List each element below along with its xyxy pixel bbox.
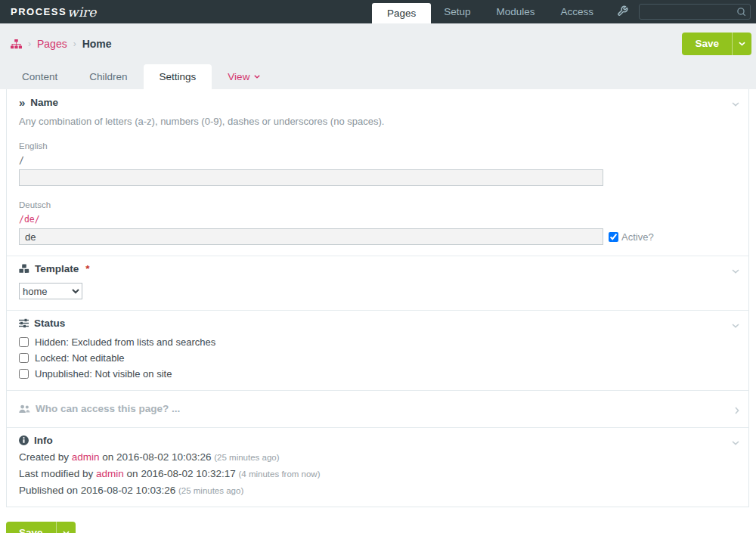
modified-prefix: Last modified by: [19, 468, 96, 479]
tab-view-label: View: [228, 64, 249, 89]
breadcrumb-current-page: Home: [82, 38, 112, 50]
active-checkbox-label: Active?: [621, 231, 654, 243]
user-link[interactable]: admin: [72, 451, 100, 463]
section-name: » Name Any combination of letters (a-z),…: [7, 89, 748, 256]
save-dropdown-toggle[interactable]: [56, 522, 76, 533]
template-select[interactable]: home: [19, 283, 82, 299]
logo-text-wire: wire: [67, 5, 96, 20]
required-asterisk: *: [85, 263, 89, 274]
sitemap-icon[interactable]: [11, 39, 22, 49]
breadcrumb-separator: ›: [28, 39, 31, 49]
section-info: Info Created by admin on 2016-08-02 10:0…: [7, 427, 748, 507]
section-access[interactable]: Who can access this page? ...: [7, 390, 748, 427]
info-created-line: Created by admin on 2016-08-02 10:03:26 …: [19, 451, 736, 463]
section-name-title: Name: [30, 97, 58, 108]
wrench-icon: [617, 5, 628, 19]
info-icon: [19, 435, 29, 445]
save-dropdown-toggle[interactable]: [732, 33, 751, 55]
url-prefix-deutsch: /de/: [19, 214, 736, 225]
name-input-deutsch[interactable]: [19, 228, 603, 245]
locked-checkbox[interactable]: [19, 353, 29, 363]
users-icon: [19, 404, 30, 414]
settings-form: » Name Any combination of letters (a-z),…: [6, 88, 749, 507]
topnav-item-pages[interactable]: Pages: [372, 3, 431, 23]
published-prefix: Published on: [19, 485, 81, 496]
section-access-title: Who can access this page? ...: [36, 403, 180, 414]
published-datetime: 2016-08-02 10:03:26: [81, 485, 175, 496]
published-relative-time: (25 minutes ago): [178, 486, 243, 495]
hidden-checkbox-label: Hidden: Excluded from lists and searches: [35, 336, 215, 348]
topnav-item-modules[interactable]: Modules: [483, 0, 547, 23]
user-link[interactable]: admin: [96, 468, 124, 479]
section-info-title: Info: [34, 435, 53, 446]
status-option-hidden: Hidden: Excluded from lists and searches: [19, 336, 736, 348]
breadcrumb-link-pages[interactable]: Pages: [37, 38, 67, 50]
search-input[interactable]: [639, 4, 751, 20]
modified-middle: on: [124, 468, 141, 479]
section-template-title: Template: [35, 263, 79, 274]
name-section-icon: »: [19, 96, 25, 109]
collapse-chevron-icon[interactable]: [732, 265, 739, 276]
section-status-title: Status: [34, 318, 65, 329]
footer: Save: [6, 522, 756, 533]
search-box: [639, 0, 751, 23]
collapse-chevron-icon[interactable]: [732, 319, 739, 330]
top-navigation: Pages Setup Modules Access: [372, 0, 756, 23]
status-option-unpublished: Unpublished: Not visible on site: [19, 368, 736, 380]
info-published-line: Published on 2016-08-02 10:03:26 (25 min…: [19, 485, 736, 496]
cubes-icon: [19, 264, 29, 274]
section-access-header[interactable]: Who can access this page? ...: [19, 403, 736, 414]
save-button-label[interactable]: Save: [682, 33, 732, 55]
topnav-item-access[interactable]: Access: [547, 0, 606, 23]
save-button-label[interactable]: Save: [6, 522, 56, 533]
status-option-locked: Locked: Not editable: [19, 352, 736, 364]
created-prefix: Created by: [19, 451, 72, 463]
section-status: Status Hidden: Excluded from lists and s…: [7, 310, 748, 390]
hidden-checkbox[interactable]: [19, 337, 29, 347]
created-middle: on: [100, 451, 117, 463]
search-icon[interactable]: [736, 7, 746, 17]
save-button-bottom: Save: [6, 522, 76, 533]
topbar: PROCESS wire Pages Setup Modules Access: [0, 0, 756, 23]
chevron-down-icon: [739, 42, 745, 46]
section-status-header[interactable]: Status: [19, 318, 736, 329]
section-name-header[interactable]: » Name: [19, 96, 736, 109]
modified-datetime: 2016-08-02 10:32:17: [141, 468, 235, 479]
created-relative-time: (25 minutes ago): [214, 453, 279, 462]
info-modified-line: Last modified by admin on 2016-08-02 10:…: [19, 468, 736, 479]
active-checkbox[interactable]: [609, 232, 618, 242]
tab-view[interactable]: View: [212, 64, 276, 89]
breadcrumb-separator: ›: [73, 39, 76, 49]
save-button-top: Save: [682, 33, 751, 55]
tools-menu[interactable]: [606, 0, 639, 23]
page-tabs: Content Children Settings View: [0, 64, 756, 89]
language-label-deutsch: Deutsch: [19, 200, 736, 209]
name-input-english[interactable]: [19, 169, 603, 186]
chevron-down-icon: [254, 75, 260, 79]
section-template-header[interactable]: Template *: [19, 263, 736, 274]
url-prefix-english: /: [19, 155, 736, 166]
active-checkbox-wrap: Active?: [609, 231, 654, 243]
sliders-icon: [19, 318, 29, 328]
name-description: Any combination of letters (a-z), number…: [19, 116, 736, 127]
language-label-english: English: [19, 141, 736, 150]
processwire-logo: PROCESS wire: [11, 0, 96, 23]
expand-chevron-icon[interactable]: [735, 405, 739, 417]
section-template: Template * home: [7, 256, 748, 310]
locked-checkbox-label: Locked: Not editable: [35, 352, 125, 364]
logo-text-process: PROCESS: [11, 6, 67, 17]
tab-children[interactable]: Children: [73, 64, 143, 89]
unpublished-checkbox[interactable]: [19, 369, 29, 379]
topnav-item-setup[interactable]: Setup: [431, 0, 483, 23]
unpublished-checkbox-label: Unpublished: Not visible on site: [35, 368, 172, 380]
tab-settings[interactable]: Settings: [144, 64, 212, 89]
collapse-chevron-icon[interactable]: [732, 436, 739, 448]
breadcrumb: › Pages › Home: [11, 38, 112, 50]
deutsch-name-row: Active?: [19, 225, 736, 245]
section-info-header[interactable]: Info: [19, 435, 736, 446]
collapse-chevron-icon[interactable]: [732, 98, 739, 109]
modified-relative-time: (4 minutes from now): [239, 469, 321, 479]
created-datetime: 2016-08-02 10:03:26: [116, 451, 211, 463]
tab-content[interactable]: Content: [6, 64, 73, 89]
breadcrumb-row: › Pages › Home Save: [0, 23, 756, 64]
